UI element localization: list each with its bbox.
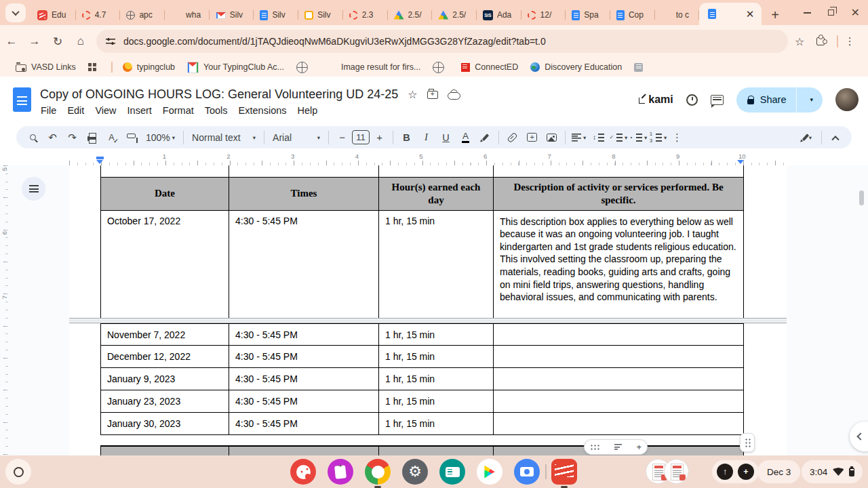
browser-tab[interactable]: Silv: [210, 5, 254, 25]
highlight-button[interactable]: [475, 128, 495, 146]
date-cell[interactable]: December 12, 2022: [100, 346, 229, 368]
browser-tab[interactable]: 2.3: [343, 5, 388, 25]
menu-item[interactable]: File: [35, 104, 62, 120]
description-cell[interactable]: This description box applies to everythi…: [494, 211, 744, 318]
date-cell[interactable]: January 30, 2023: [100, 413, 229, 435]
date-cell[interactable]: January 9, 2023: [100, 368, 229, 390]
google-docs-logo-icon[interactable]: [13, 87, 31, 112]
tab-close-icon[interactable]: ✕: [746, 9, 755, 19]
reload-icon[interactable]: ↻: [46, 30, 69, 53]
menu-item[interactable]: Tools: [199, 104, 233, 120]
table-header-cell[interactable]: Description of activity or services perf…: [494, 178, 744, 210]
calendar-date-button[interactable]: Dec 3: [757, 460, 800, 483]
bookmark-item[interactable]: typingclub: [117, 59, 181, 75]
share-button[interactable]: Share ▾: [736, 87, 823, 113]
status-tray[interactable]: 3:04: [802, 460, 863, 483]
extensions-icon[interactable]: [816, 37, 825, 45]
document-page[interactable]: DateTimesHour(s) earned each dayDescript…: [69, 165, 787, 455]
decrease-font-button[interactable]: −: [332, 128, 352, 146]
column-drag-handle[interactable]: [740, 433, 755, 452]
menu-item[interactable]: Edit: [62, 104, 90, 120]
hours-cell[interactable]: 1 hr, 15 min: [379, 390, 494, 413]
times-cell[interactable]: 4:30 - 5:45 PM: [229, 368, 379, 390]
description-cell[interactable]: [494, 390, 744, 413]
date-cell[interactable]: October 17, 2022: [100, 211, 229, 318]
version-history-icon[interactable]: [686, 94, 698, 106]
browser-tab[interactable]: Edu: [31, 5, 76, 25]
sort-table-icon[interactable]: [614, 444, 622, 450]
search-menus-button[interactable]: [23, 128, 43, 146]
menu-item[interactable]: View: [90, 104, 121, 120]
gallery-app-icon[interactable]: [328, 459, 353, 485]
description-cell[interactable]: [494, 323, 744, 346]
browser-tab[interactable]: apc: [120, 5, 165, 25]
times-cell[interactable]: 4:30 - 5:45 PM: [229, 323, 379, 346]
forward-icon[interactable]: →: [23, 30, 46, 53]
bookmark-star-icon[interactable]: ☆: [795, 35, 804, 48]
right-indent-marker[interactable]: [737, 160, 744, 164]
browser-tab[interactable]: Spa: [566, 5, 610, 25]
todoist-icon[interactable]: [551, 459, 577, 485]
browser-tab[interactable]: 2.5/: [432, 5, 477, 25]
numbered-list-button[interactable]: 13▾: [648, 128, 667, 146]
add-icon[interactable]: +: [738, 464, 754, 480]
holding-space-tote[interactable]: [646, 459, 693, 485]
menu-item[interactable]: Format: [157, 104, 199, 120]
camera-icon[interactable]: [514, 459, 540, 485]
notifications-tray[interactable]: ↑ +: [712, 460, 759, 483]
bookmark-item[interactable]: [628, 59, 654, 75]
move-to-folder-icon[interactable]: [427, 91, 438, 99]
star-document-icon[interactable]: ☆: [408, 88, 417, 101]
canvas-app-icon[interactable]: [290, 459, 316, 485]
times-cell[interactable]: 4:30 - 5:45 PM: [229, 346, 379, 368]
site-info-icon[interactable]: [106, 37, 115, 46]
restore-icon[interactable]: [828, 9, 834, 16]
menu-item[interactable]: Extensions: [233, 104, 292, 120]
times-cell[interactable]: 4:30 - 5:45 PM: [229, 390, 379, 413]
times-cell[interactable]: 4:30 - 5:45 PM: [229, 211, 379, 318]
comments-icon[interactable]: [711, 95, 724, 105]
side-panel-toggle-button[interactable]: [850, 422, 868, 451]
hours-cell[interactable]: 1 hr, 15 min: [379, 346, 494, 368]
new-tab-button[interactable]: +: [771, 8, 779, 22]
kami-extension-button[interactable]: kami: [639, 94, 673, 106]
scrollbar-thumb[interactable]: [859, 190, 864, 205]
bold-button[interactable]: B: [397, 128, 416, 146]
bookmark-item[interactable]: VASD Links: [9, 59, 82, 75]
editing-mode-button[interactable]: ▾: [798, 128, 818, 146]
table-header-cell[interactable]: Hour(s) earned each day: [379, 178, 494, 210]
description-cell[interactable]: [494, 413, 744, 435]
document-title[interactable]: Copy of ONGOING HOURS LOG: General Volun…: [40, 87, 398, 102]
browser-tab[interactable]: to c: [655, 5, 700, 25]
table-header-cell[interactable]: Times: [229, 178, 379, 210]
drag-handle-icon[interactable]: [590, 444, 599, 450]
browser-tab[interactable]: Silv: [298, 5, 343, 25]
bookmark-item[interactable]: [427, 59, 455, 75]
settings-icon[interactable]: [402, 459, 428, 485]
hours-cell[interactable]: 1 hr, 15 min: [379, 368, 494, 390]
browser-tab[interactable]: wha: [165, 5, 210, 25]
browser-tab[interactable]: Ada: [477, 5, 521, 25]
update-icon[interactable]: ↑: [717, 464, 733, 480]
bookmark-item[interactable]: [290, 59, 319, 75]
hide-menus-button[interactable]: [825, 128, 845, 146]
date-cell[interactable]: November 7, 2022: [100, 323, 229, 346]
align-button[interactable]: ▾: [569, 128, 589, 146]
underline-button[interactable]: U: [436, 128, 456, 146]
launcher-button[interactable]: [5, 459, 31, 485]
insert-link-button[interactable]: [502, 128, 522, 146]
menu-item[interactable]: Insert: [122, 104, 157, 120]
font-size-input[interactable]: 11: [352, 130, 370, 144]
date-cell[interactable]: January 23, 2023: [100, 390, 229, 413]
insert-image-button[interactable]: [542, 128, 561, 146]
increase-font-button[interactable]: +: [370, 128, 389, 146]
browser-tab[interactable]: 12/: [521, 5, 566, 25]
table-header-cell[interactable]: Date: [100, 178, 229, 210]
home-icon[interactable]: ⌂: [69, 30, 92, 53]
active-tab[interactable]: ✕: [699, 3, 762, 25]
browser-tab[interactable]: 4.7: [76, 5, 121, 25]
menu-item[interactable]: Help: [292, 104, 323, 120]
bookmark-item[interactable]: Image result for firs...: [319, 59, 427, 75]
more-options-button[interactable]: ⋮: [667, 128, 687, 146]
left-indent-marker[interactable]: [96, 157, 104, 164]
